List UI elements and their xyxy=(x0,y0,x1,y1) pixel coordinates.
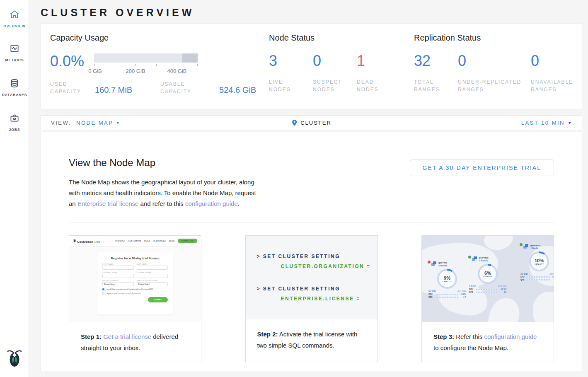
sql-argument: CLUSTER.ORGANIZATION = xyxy=(281,263,377,270)
mini-brand-suffix: LABS xyxy=(94,241,100,243)
capacity-total: 43.7 GiB xyxy=(498,285,506,288)
node-status-section: Node Status 3 LIVE NODES 0 SUSPECT NODES… xyxy=(269,33,410,93)
qps-value: 4.4 xyxy=(552,279,554,281)
usable-capacity-label: USABLE CAPACITY xyxy=(160,80,205,95)
mini-nav-link: CUSTOMERS xyxy=(128,240,141,242)
live-nodes-label: LIVE NODES xyxy=(269,78,302,93)
map-cluster-nyc: geo=nyc 2 Nodes 6% CAPACITY 3.7 GiB xyxy=(468,256,507,293)
mini-field-select: Please Select xyxy=(102,282,134,286)
mini-checkbox-checked xyxy=(102,288,104,290)
map-cluster-sfo: geo=sfo 2 Nodes 9% CAPACITY 3.2 GiB xyxy=(428,261,467,298)
gauge-tick-label: 0 GiB xyxy=(88,68,102,74)
mini-checkbox-unchecked xyxy=(102,292,104,295)
mini-field-label: REASON FOR INTEREST xyxy=(137,280,168,282)
mini-checkbox-label: I would like to receive email updates ab… xyxy=(106,288,153,290)
page-title: CLUSTER OVERVIEW xyxy=(41,7,582,19)
capacity-percent: 10% xyxy=(535,258,544,263)
qps-value: 4.7 xyxy=(460,296,466,298)
chevron-down-icon[interactable]: ▾ xyxy=(569,120,572,126)
capacity-percent: 9% xyxy=(444,276,450,280)
locality-name: geo=nyc xyxy=(479,256,488,259)
mini-site-nav: Cockroach LABS PRODUCT CUSTOMERS DOCS RE… xyxy=(69,236,201,247)
home-icon xyxy=(0,9,29,22)
qps-bar xyxy=(528,279,551,280)
unavailable-ranges-value: 0 xyxy=(531,53,581,69)
briefcase-icon xyxy=(0,113,29,125)
under-replicated-ranges-stat: 0 UNDER-REPLICATED RANGES xyxy=(458,53,531,93)
mini-submit-button: SUBMIT xyxy=(148,297,168,302)
capacity-percent: 6% xyxy=(484,271,491,276)
main-area: CLUSTER OVERVIEW Capacity Usage 0.0% 0 G… xyxy=(29,0,588,377)
get-enterprise-trial-button[interactable]: GET A 30-DAY ENTERPRISE TRIAL xyxy=(410,160,554,176)
cpu-bar xyxy=(436,294,459,295)
under-replicated-ranges-label: UNDER-REPLICATED RANGES xyxy=(458,78,524,93)
sidebar-item-overview[interactable]: OVERVIEW xyxy=(0,9,29,28)
cockroachdb-logo xyxy=(0,349,29,370)
mini-field-input xyxy=(102,274,134,278)
time-range-selector[interactable]: LAST 10 MIN ▾ xyxy=(521,120,572,126)
sql-argument: ENTERPRISE.LICENSE = xyxy=(281,295,377,302)
capacity-used: 3.7 GiB xyxy=(469,285,476,288)
section-heading: View the Node Map xyxy=(69,157,263,169)
sidebar: OVERVIEW METRICS DATABASES JOBS xyxy=(0,0,29,377)
sidebar-item-databases[interactable]: DATABASES xyxy=(0,78,29,97)
healthy-badge-icon xyxy=(468,256,471,259)
sidebar-item-metrics[interactable]: METRICS xyxy=(0,43,29,62)
step2-card: > SET CLUSTER SETTING CLUSTER.ORGANIZATI… xyxy=(245,235,378,362)
cpu-bar xyxy=(528,276,551,278)
step3-caption: Step 3: Refer this configuration guide t… xyxy=(422,322,554,362)
qps-label: QPS xyxy=(428,296,434,298)
mini-registration-form: Register for a 30-day trial license FIRS… xyxy=(97,252,173,315)
step2-caption: Step 2: Activate the trial license with … xyxy=(246,319,377,362)
capacity-used: 3.6 GiB xyxy=(520,273,528,275)
nodes-icon xyxy=(523,244,529,249)
step2-label: Step 2: xyxy=(257,331,278,338)
suspect-nodes-stat: 0 SUSPECT NODES xyxy=(313,53,357,93)
under-replicated-ranges-value: 0 xyxy=(458,53,531,69)
mini-nav-link: BLOG xyxy=(169,240,174,242)
mini-download-button: DOWNLOAD xyxy=(178,239,197,243)
step3-card: geo=sfo 2 Nodes 9% CAPACITY 3.2 GiB xyxy=(421,235,554,362)
cpu-label: CPU xyxy=(469,288,475,290)
mini-nav-link: RESOURCES xyxy=(153,240,166,242)
time-range-value[interactable]: LAST 10 MIN xyxy=(521,120,565,126)
capacity-ring: 10% CAPACITY xyxy=(529,251,549,271)
chevron-down-icon[interactable]: ▾ xyxy=(116,120,120,126)
capacity-ring: 6% CAPACITY xyxy=(478,264,498,284)
node-count: 2 Nodes xyxy=(438,264,447,267)
locality-name: geo=sfo xyxy=(438,261,447,264)
view-label: VIEW: xyxy=(51,120,71,126)
description-text: and refer to this xyxy=(140,200,184,207)
replication-status-section: Replication Status 32 TOTAL RANGES 0 UND… xyxy=(414,33,588,93)
sidebar-item-label: OVERVIEW xyxy=(0,24,29,28)
mini-nav-link: DOCS xyxy=(144,240,150,242)
enterprise-trial-license-link[interactable]: Enterprise trial license xyxy=(77,200,139,207)
healthy-badge-icon xyxy=(520,243,523,246)
sql-command: > SET CLUSTER SETTING xyxy=(257,285,377,292)
configuration-guide-link[interactable]: configuration guide xyxy=(185,200,238,207)
sidebar-item-jobs[interactable]: JOBS xyxy=(0,113,29,132)
dead-nodes-label: DEAD NODES xyxy=(357,78,390,93)
description-text: . xyxy=(238,200,240,207)
mini-field-label: COMPANY NAME xyxy=(102,271,134,273)
alert-badge-icon xyxy=(428,261,431,263)
dead-nodes-stat: 1 DEAD NODES xyxy=(357,53,401,93)
view-selector[interactable]: NODE MAP xyxy=(76,120,113,126)
configuration-guide-link[interactable]: configuration guide xyxy=(484,333,537,340)
sql-command: > SET CLUSTER SETTING xyxy=(257,253,377,260)
suspect-nodes-label: SUSPECT NODES xyxy=(313,78,350,93)
total-ranges-label: TOTAL RANGES xyxy=(414,78,447,93)
step3-text: to configure the Node Map. xyxy=(433,344,508,351)
mini-field-label: FIRST NAME xyxy=(102,263,134,265)
map-cluster-ams: geo=ams 1 Node 10% CAPACITY 3.6 GiB xyxy=(520,244,554,281)
cpu-label: CPU xyxy=(520,276,526,278)
mini-field-input xyxy=(137,274,168,278)
cpu-value: 42.5% xyxy=(501,288,506,290)
step3-label: Step 3: xyxy=(433,333,454,340)
suspect-nodes-value: 0 xyxy=(313,53,357,69)
get-trial-license-link[interactable]: Get a trial license xyxy=(103,333,151,340)
node-count: 2 Nodes xyxy=(479,259,488,262)
mini-field-label: PROJECT PHASE xyxy=(102,280,134,282)
cpu-bar xyxy=(476,289,499,290)
capacity-usage-section: Capacity Usage 0.0% 0 GiB 200 GiB 400 Gi… xyxy=(50,33,261,95)
